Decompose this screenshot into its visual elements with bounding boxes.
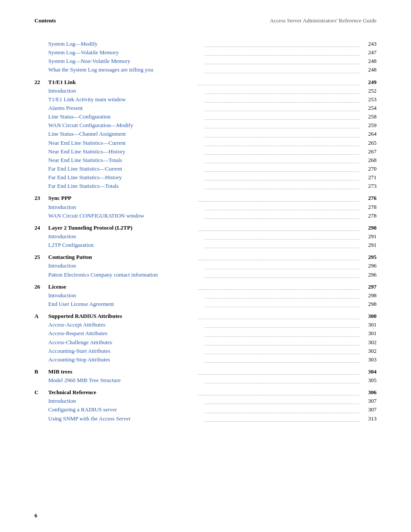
toc-item-appA-request[interactable]: Access-Request Attributes301 xyxy=(34,329,377,338)
toc-label-appC-intro: Introduction xyxy=(48,397,203,405)
chapter-num-appB: B xyxy=(34,367,48,376)
toc-label-appA-request: Access-Request Attributes xyxy=(48,329,203,338)
toc-page-ch22-wan-modify: 259 xyxy=(361,121,377,130)
toc-item-sys-log-volatile[interactable]: System Log—Volatile Memory247 xyxy=(34,48,377,57)
toc-item-ch22-far-totals[interactable]: Far End Line Statistics—Totals273 xyxy=(34,182,377,190)
toc-item-ch23[interactable]: 23 Sync PPP276 xyxy=(34,194,377,202)
toc-page-ch23-wan-config: 278 xyxy=(361,212,377,220)
toc-item-ch22-intro[interactable]: Introduction252 xyxy=(34,87,377,95)
toc-label-ch22-far-history: Far End Line Statistics—History xyxy=(48,173,203,182)
toc-dots-appA-acct-stop xyxy=(205,355,359,363)
toc-dots-sys-log-nonvolatile xyxy=(205,57,359,64)
toc-item-ch25-intro[interactable]: Introduction296 xyxy=(34,261,377,270)
toc-item-ch26-intro[interactable]: Introduction298 xyxy=(34,291,377,300)
toc-item-ch24[interactable]: 24 Layer 2 Tunneling Protocol (L2TP)290 xyxy=(34,224,377,232)
toc-item-appC-intro[interactable]: Introduction307 xyxy=(34,397,377,405)
toc-item-appA-acct-stop[interactable]: Accounting-Stop Attributes303 xyxy=(34,355,377,364)
toc-item-ch22-line-channel[interactable]: Line Status—Channel Assignment264 xyxy=(34,130,377,138)
chapter-num-ch25: 25 xyxy=(34,253,48,261)
chapter-num-ch26: 26 xyxy=(34,283,48,291)
toc-item-ch24-intro[interactable]: Introduction291 xyxy=(34,232,377,241)
toc-item-appC[interactable]: C Technical Reference306 xyxy=(34,388,377,397)
toc-item-sys-log-nonvolatile[interactable]: System Log—Non-Volatile Memory248 xyxy=(34,57,377,65)
toc-page-sys-log-nonvolatile: 248 xyxy=(361,57,377,65)
toc-item-ch22-near-current[interactable]: Near End Line Statistics—Current265 xyxy=(34,139,377,147)
toc-item-ch24-l2tp-config[interactable]: L2TP Configuration291 xyxy=(34,241,377,249)
toc-item-ch22[interactable]: 22 T1/E1 Link249 xyxy=(34,78,377,87)
toc-dots-appB xyxy=(198,367,359,375)
toc-dots-ch25-contact xyxy=(205,271,359,278)
toc-item-ch26[interactable]: 26 License297 xyxy=(34,283,377,291)
toc-dots-ch23-wan-config xyxy=(205,212,359,219)
toc-label-ch26: 26 License xyxy=(34,283,196,291)
toc-item-appA-accept[interactable]: Access-Accept Attributes301 xyxy=(34,320,377,329)
toc-item-sys-log-messages[interactable]: What the System Log messages are telling… xyxy=(34,65,377,74)
toc-page-appA-accept: 301 xyxy=(361,320,377,329)
toc-page-appC-snmp: 313 xyxy=(361,414,377,423)
toc-item-ch22-alarms[interactable]: Alarms Present254 xyxy=(34,104,377,112)
toc-page-ch22-far-totals: 273 xyxy=(361,182,377,190)
toc-item-ch23-wan-config[interactable]: WAN Circuit CONFIGURATION window278 xyxy=(34,212,377,220)
toc-label-ch25: 25 Contacting Patton xyxy=(34,253,196,261)
toc-label-appC-snmp: Using SNMP with the Access Server xyxy=(48,414,203,423)
toc-dots-appC-radius xyxy=(205,405,359,413)
toc-page-appA-acct-start: 302 xyxy=(361,347,377,355)
toc-item-appA-challenge[interactable]: Access-Challenge Attributes302 xyxy=(34,338,377,347)
toc-item-ch22-wan-modify[interactable]: WAN Circuit Configuration—Modify259 xyxy=(34,121,377,130)
toc-label-ch24-l2tp-config: L2TP Configuration xyxy=(48,241,203,249)
toc-item-ch22-near-history[interactable]: Near End Line Statistics—History267 xyxy=(34,147,377,156)
toc-item-sys-log-modify[interactable]: System Log—Modify243 xyxy=(34,40,377,48)
toc-label-sys-log-messages: What the System Log messages are telling… xyxy=(48,65,203,74)
chapter-num-ch22: 22 xyxy=(34,78,48,87)
toc-item-appB[interactable]: B MIB trees304 xyxy=(34,367,377,376)
toc-item-appA-acct-start[interactable]: Accounting-Start Attributes302 xyxy=(34,347,377,355)
toc-dots-ch22-far-current xyxy=(205,165,359,172)
toc-label-sys-log-nonvolatile: System Log—Non-Volatile Memory xyxy=(48,57,203,65)
toc-dots-appA-challenge xyxy=(205,338,359,345)
toc-page-ch22-far-history: 271 xyxy=(361,173,377,182)
toc-dots-appA xyxy=(198,312,359,319)
toc-label-ch22-far-current: Far End Line Statistics—Current xyxy=(48,165,203,173)
toc-item-ch22-far-history[interactable]: Far End Line Statistics—History271 xyxy=(34,173,377,182)
toc-dots-ch26 xyxy=(198,283,359,290)
chapter-num-ch23: 23 xyxy=(34,194,48,202)
page-header: Contents Access Server Administrators' R… xyxy=(34,17,377,27)
chapter-num-appC: C xyxy=(34,388,48,397)
chapter-num-ch24: 24 xyxy=(34,224,48,232)
toc-item-appB-mib[interactable]: Model 2960 MIB Tree Structure305 xyxy=(34,376,377,385)
toc-item-appC-snmp[interactable]: Using SNMP with the Access Server313 xyxy=(34,414,377,423)
toc-label-ch22-near-history: Near End Line Statistics—History xyxy=(48,147,203,156)
toc-page-sys-log-volatile: 247 xyxy=(361,48,377,57)
toc-page-sys-log-modify: 243 xyxy=(361,40,377,48)
toc-dots-ch24-intro xyxy=(205,232,359,240)
header-guide-title: Access Server Administrators' Reference … xyxy=(270,17,377,24)
toc-page-ch25-contact: 296 xyxy=(361,271,377,279)
toc-page-ch24: 290 xyxy=(361,224,377,232)
toc-page-ch22-far-current: 270 xyxy=(361,165,377,173)
page-footer: 6 xyxy=(34,512,37,519)
toc-dots-ch22-far-totals xyxy=(205,182,359,189)
toc-page-appC: 306 xyxy=(361,388,377,397)
toc-dots-ch22-near-totals xyxy=(205,156,359,163)
toc-page-ch23-intro: 278 xyxy=(361,203,377,212)
toc-item-ch22-far-current[interactable]: Far End Line Statistics—Current270 xyxy=(34,165,377,173)
toc-item-ch23-intro[interactable]: Introduction278 xyxy=(34,203,377,212)
toc-dots-sys-log-modify xyxy=(205,40,359,47)
toc-item-appA[interactable]: A Supported RADIUS Attributes300 xyxy=(34,312,377,320)
toc-label-appC-radius: Configuring a RADIUS server xyxy=(48,405,203,414)
toc-item-ch22-t1e1-main[interactable]: T1/E1 Link Activity main window253 xyxy=(34,95,377,104)
toc-item-appC-radius[interactable]: Configuring a RADIUS server307 xyxy=(34,405,377,414)
toc-item-ch25[interactable]: 25 Contacting Patton295 xyxy=(34,253,377,261)
toc-page-ch24-intro: 291 xyxy=(361,232,377,241)
toc-item-ch26-eula[interactable]: End User License Agreement298 xyxy=(34,300,377,308)
toc-label-sys-log-modify: System Log—Modify xyxy=(48,40,203,48)
toc-label-appA: A Supported RADIUS Attributes xyxy=(34,312,196,320)
toc-item-ch22-near-totals[interactable]: Near End Line Statistics—Totals268 xyxy=(34,156,377,165)
toc-page-sys-log-messages: 248 xyxy=(361,65,377,74)
toc-dots-appB-mib xyxy=(205,376,359,383)
toc-dots-appA-request xyxy=(205,329,359,336)
toc-page-appA: 300 xyxy=(361,312,377,320)
toc-page-ch25: 295 xyxy=(361,253,377,261)
toc-item-ch22-line-config[interactable]: Line Status—Configuration258 xyxy=(34,112,377,121)
toc-item-ch25-contact[interactable]: Patton Electronics Company contact infor… xyxy=(34,271,377,279)
